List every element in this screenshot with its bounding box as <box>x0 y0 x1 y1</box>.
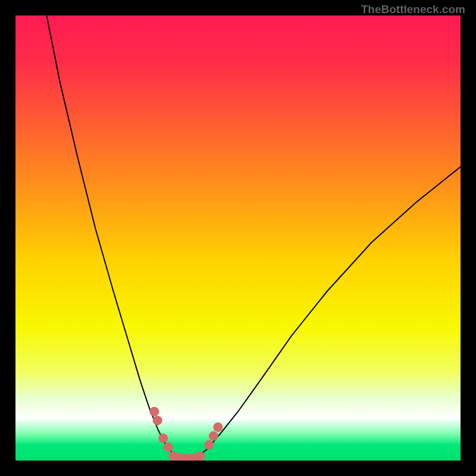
marker-dot <box>158 434 168 443</box>
watermark-text: TheBottleneck.com <box>361 3 465 16</box>
marker-dot <box>209 431 218 441</box>
marker-dot <box>153 416 162 425</box>
chart-svg <box>15 15 461 461</box>
chart-plot-area <box>15 15 461 461</box>
chart-background <box>15 15 461 461</box>
marker-dot <box>195 452 205 461</box>
marker-dot <box>213 422 223 432</box>
marker-dot <box>204 440 214 450</box>
marker-dot <box>149 407 159 416</box>
marker-dot <box>164 443 173 452</box>
